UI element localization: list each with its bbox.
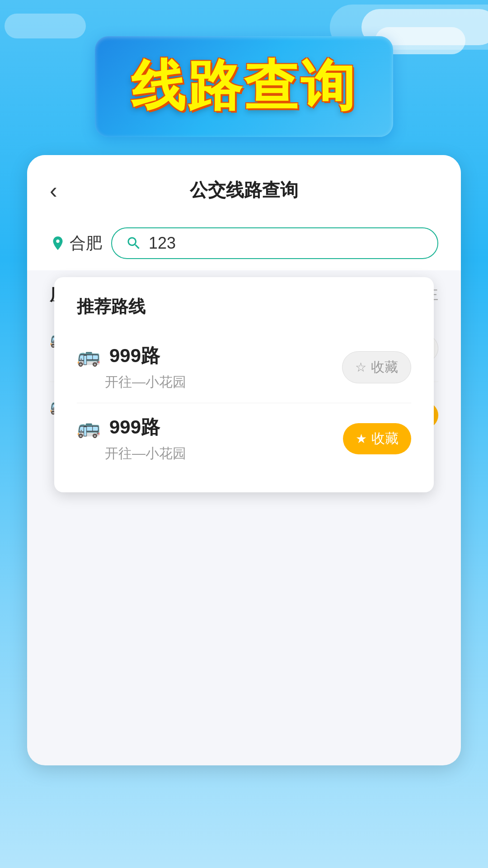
dropdown-title: 推荐路线 <box>77 295 411 318</box>
page-title: 线路查询 <box>131 50 357 123</box>
main-card: ‹ 公交线路查询 合肥 历史线路 清王 🚌 123路 <box>27 155 461 765</box>
card-header: ‹ 公交线路查询 <box>27 155 461 216</box>
location-icon <box>50 235 66 251</box>
dropdown-route-sub-1: 开往—小花园 <box>77 373 186 392</box>
city-name: 合肥 <box>70 232 102 255</box>
collect-btn-1[interactable]: ☆ 收藏 <box>342 351 411 383</box>
dropdown-route-item-2[interactable]: 🚌 999路 开往—小花园 ★ 收藏 <box>77 403 411 474</box>
title-badge: 线路查询 <box>95 36 393 137</box>
bus-icon-1: 🚌 <box>77 345 100 367</box>
dropdown-route-item-1[interactable]: 🚌 999路 开往—小花园 ☆ 收藏 <box>77 332 411 403</box>
dropdown-route-name-2: 999路 <box>109 415 160 440</box>
header-area: 线路查询 <box>0 0 488 155</box>
collect-label-2: 收藏 <box>371 429 399 448</box>
collect-btn-2[interactable]: ★ 收藏 <box>343 423 411 454</box>
back-button[interactable]: ‹ <box>50 177 57 203</box>
star-empty-1: ☆ <box>355 360 366 375</box>
bus-icon-2: 🚌 <box>77 416 100 439</box>
card-title: 公交线路查询 <box>190 178 298 203</box>
search-input[interactable] <box>149 234 424 253</box>
dropdown-route-name-1: 999路 <box>109 343 160 368</box>
collect-label-1: 收藏 <box>371 358 398 377</box>
search-input-wrap <box>111 227 438 259</box>
dropdown-card: 推荐路线 🚌 999路 开往—小花园 ☆ 收藏 🚌 999路 <box>54 277 434 492</box>
search-row: 合肥 <box>27 216 461 270</box>
city-selector[interactable]: 合肥 <box>50 232 102 255</box>
dropdown-route-sub-2: 开往—小花园 <box>77 444 186 463</box>
search-icon <box>126 235 142 251</box>
star-filled-2: ★ <box>356 431 367 446</box>
